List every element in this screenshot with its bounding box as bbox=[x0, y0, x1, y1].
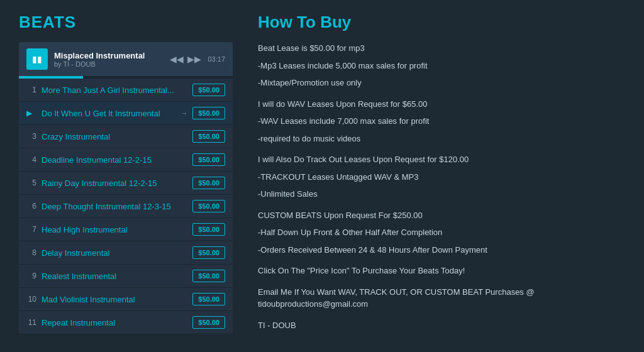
price-button[interactable]: $50.00 bbox=[192, 246, 225, 259]
buy-info-line: -Mixtape/Promotion use only bbox=[258, 77, 625, 89]
current-track-artist: by TI - DOUB bbox=[54, 60, 164, 68]
player-container: ▮▮ Misplaced Instrumental by TI - DOUB ◀… bbox=[19, 42, 233, 334]
buy-info-line: -Half Down Up Front & Other Half After C… bbox=[258, 226, 625, 239]
main-container: BEATS ▮▮ Misplaced Instrumental by TI - … bbox=[0, 0, 644, 352]
track-title: Deep Thought Instrumental 12-3-15 bbox=[42, 202, 187, 211]
track-number: 8 bbox=[26, 248, 36, 257]
track-item[interactable]: 8 Delay Instrumental $50.00 bbox=[19, 241, 233, 265]
buy-section-block: I will do WAV Leases Upon Request for $6… bbox=[258, 98, 625, 145]
price-button[interactable]: $50.00 bbox=[192, 84, 225, 96]
buy-info-line: Click On The "Price Icon" To Purchase Yo… bbox=[258, 265, 625, 277]
track-number: 5 bbox=[26, 179, 36, 187]
price-button[interactable]: $50.00 bbox=[192, 223, 225, 236]
current-track-name: Misplaced Instrumental bbox=[54, 51, 164, 60]
track-info: Misplaced Instrumental by TI - DOUB bbox=[54, 51, 164, 68]
track-title: Crazy Instrumental bbox=[42, 132, 187, 141]
buy-section-block: Email Me If You Want WAV, TRACK OUT, OR … bbox=[258, 286, 625, 311]
buy-section-block: I will Also Do Track Out Leases Upon Req… bbox=[258, 153, 625, 201]
track-title: Mad Violinist Instrumental bbox=[42, 295, 187, 304]
price-button[interactable]: $50.00 bbox=[192, 316, 225, 329]
track-play-icon: ▶ bbox=[26, 109, 36, 118]
track-title: Realest Instrumental bbox=[42, 272, 187, 281]
track-title: Delay Instrumental bbox=[42, 248, 187, 258]
track-title: More Than Just A Girl Instrumental... bbox=[42, 85, 187, 95]
track-item[interactable]: 7 Head High Instrumental $50.00 bbox=[19, 218, 233, 241]
track-number: 3 bbox=[26, 132, 36, 141]
track-title: Deadline Instrumental 12-2-15 bbox=[42, 155, 187, 165]
buy-info-line: Beat Lease is $50.00 for mp3 bbox=[258, 42, 625, 55]
buy-section-block: Beat Lease is $50.00 for mp3-Mp3 Leases … bbox=[258, 42, 625, 89]
track-item[interactable]: 3 Crazy Instrumental $50.00 bbox=[19, 125, 233, 148]
track-item[interactable]: 1 More Than Just A Girl Instrumental... … bbox=[19, 79, 233, 102]
track-item[interactable]: 4 Deadline Instrumental 12-2-15 $50.00 bbox=[19, 148, 233, 172]
now-playing-bar: ▮▮ Misplaced Instrumental by TI - DOUB ◀… bbox=[19, 42, 233, 76]
track-number: 4 bbox=[26, 155, 36, 164]
track-number: 6 bbox=[26, 202, 36, 211]
track-number: 11 bbox=[26, 318, 36, 327]
prev-track-icon[interactable]: ◀◀ bbox=[170, 54, 184, 64]
track-title: Head High Instrumental bbox=[42, 225, 187, 234]
track-item[interactable]: 10 Mad Violinist Instrumental $50.00 bbox=[19, 288, 233, 311]
right-column: How To Buy Beat Lease is $50.00 for mp3-… bbox=[258, 13, 625, 340]
pause-button[interactable]: ▮▮ bbox=[26, 48, 48, 70]
buy-info-line: -Mp3 Leases include 5,000 max sales for … bbox=[258, 60, 625, 72]
track-share-icon[interactable]: → bbox=[180, 109, 187, 117]
next-track-icon[interactable]: ▶▶ bbox=[187, 54, 201, 64]
price-button[interactable]: $50.00 bbox=[192, 107, 225, 119]
track-item[interactable]: 9 Realest Instrumental $50.00 bbox=[19, 265, 233, 288]
track-time: 03:17 bbox=[208, 55, 225, 63]
track-item[interactable]: 11 Repeat Instrumental $50.00 bbox=[19, 311, 233, 334]
track-item[interactable]: 6 Deep Thought Instrumental 12-3-15 $50.… bbox=[19, 195, 233, 218]
price-button[interactable]: $50.00 bbox=[192, 200, 225, 212]
buy-section-block: CUSTOM BEATS Upon Request For $250.00-Ha… bbox=[258, 209, 625, 256]
track-item[interactable]: ▶ Do It When U Get It Instrumental → $50… bbox=[19, 102, 233, 125]
track-title: Repeat Instrumental bbox=[42, 318, 187, 327]
track-item[interactable]: 5 Rainy Day Instrumental 12-2-15 $50.00 bbox=[19, 172, 233, 195]
buy-info-line: -WAV Leases include 7,000 max sales for … bbox=[258, 115, 625, 128]
player-controls: ◀◀ ▶▶ bbox=[170, 54, 201, 64]
buy-info-line: -Unlimited Sales bbox=[258, 188, 625, 201]
left-column: BEATS ▮▮ Misplaced Instrumental by TI - … bbox=[19, 13, 233, 340]
track-number: 9 bbox=[26, 272, 36, 280]
track-title: Do It When U Get It Instrumental bbox=[42, 109, 175, 118]
price-button[interactable]: $50.00 bbox=[192, 130, 225, 143]
buy-section-block: TI - DOUB bbox=[258, 319, 625, 332]
buy-info-line: CUSTOM BEATS Upon Request For $250.00 bbox=[258, 209, 625, 222]
buy-info-line: I will do WAV Leases Upon Request for $6… bbox=[258, 98, 625, 111]
track-number: 10 bbox=[26, 295, 36, 304]
buy-info-line: -Orders Received Between 24 & 48 Hours A… bbox=[258, 244, 625, 256]
track-title: Rainy Day Instrumental 12-2-15 bbox=[42, 179, 187, 188]
beats-section-title: BEATS bbox=[19, 13, 233, 32]
buy-info-line: -TRACKOUT Leases Untagged WAV & MP3 bbox=[258, 171, 625, 184]
price-button[interactable]: $50.00 bbox=[192, 153, 225, 166]
track-number: 1 bbox=[26, 85, 36, 94]
buy-info: Beat Lease is $50.00 for mp3-Mp3 Leases … bbox=[258, 42, 625, 331]
buy-info-line: -required to do music videos bbox=[258, 133, 625, 145]
buy-info-line: I will Also Do Track Out Leases Upon Req… bbox=[258, 153, 625, 166]
how-to-buy-title: How To Buy bbox=[258, 13, 625, 32]
buy-info-line: Email Me If You Want WAV, TRACK OUT, OR … bbox=[258, 286, 625, 311]
price-button[interactable]: $50.00 bbox=[192, 270, 225, 282]
track-number: 7 bbox=[26, 225, 36, 234]
buy-section-block: Click On The "Price Icon" To Purchase Yo… bbox=[258, 265, 625, 277]
price-button[interactable]: $50.00 bbox=[192, 177, 225, 189]
buy-info-line: TI - DOUB bbox=[258, 319, 625, 332]
price-button[interactable]: $50.00 bbox=[192, 293, 225, 305]
track-list: 1 More Than Just A Girl Instrumental... … bbox=[19, 79, 233, 334]
